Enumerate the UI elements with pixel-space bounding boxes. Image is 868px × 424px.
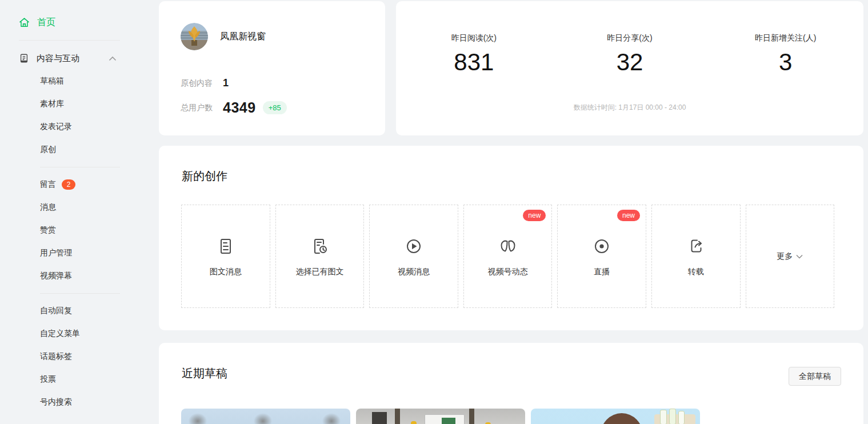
account-summary-card: 凤凰新视窗 原创内容 1 总用户数 4349 +85 <box>159 1 385 135</box>
avatar[interactable] <box>181 23 208 50</box>
account-name: 凤凰新视窗 <box>220 31 266 43</box>
sidebar-home-label: 首页 <box>37 17 55 29</box>
menu-label: 用户管理 <box>40 248 72 258</box>
sidebar-item-video-danmu[interactable]: 视频弹幕 <box>0 265 143 287</box>
menu-label: 赞赏 <box>40 225 56 235</box>
thumbnail-detail <box>250 410 276 424</box>
menu-label: 投票 <box>40 374 56 385</box>
menu-label: 原创 <box>40 145 56 155</box>
create-option-label: 选择已有图文 <box>295 267 343 277</box>
menu-label: 视频弹幕 <box>40 271 72 281</box>
menu-label: 消息 <box>40 202 56 213</box>
thumbnail-detail <box>442 418 455 424</box>
draft-thumbnails-row <box>181 409 700 424</box>
sidebar-item-media-library[interactable]: 素材库 <box>0 93 143 115</box>
stat-value: 32 <box>552 49 708 76</box>
sidebar-group-content-interaction[interactable]: 内容与互动 <box>0 47 143 70</box>
sidebar-item-messages[interactable]: 消息 <box>0 196 143 219</box>
sidebar-item-publish-records[interactable]: 发表记录 <box>0 115 143 138</box>
thumbnail-detail <box>185 410 211 424</box>
unread-count-badge: 2 <box>62 179 75 190</box>
original-content-row: 原创内容 1 <box>181 77 229 89</box>
sidebar-item-user-management[interactable]: 用户管理 <box>0 242 143 265</box>
thumbnail-detail <box>678 411 685 424</box>
stat-label: 昨日分享(次) <box>552 33 708 43</box>
menu-label: 自定义菜单 <box>40 329 80 339</box>
original-content-value: 1 <box>223 77 229 89</box>
live-stream-button[interactable]: new 直播 <box>557 205 646 308</box>
stat-label: 昨日阅读(次) <box>396 33 552 43</box>
sidebar-divider <box>40 293 120 294</box>
stat-value: 831 <box>396 49 552 76</box>
stat-new-followers[interactable]: 昨日新增关注(人) 3 <box>707 33 863 76</box>
new-creation-title: 新的创作 <box>182 169 227 184</box>
create-option-label: 视频号动态 <box>488 267 528 277</box>
sidebar-item-auto-reply[interactable]: 自动回复 <box>0 299 143 322</box>
draft-thumbnail-cartoon-girl[interactable] <box>531 409 700 424</box>
stat-reads[interactable]: 昨日阅读(次) 831 <box>396 33 552 76</box>
all-drafts-button[interactable]: 全部草稿 <box>789 367 841 386</box>
channels-icon <box>498 236 518 257</box>
create-option-label: 转载 <box>688 267 704 277</box>
account-header: 凤凰新视窗 <box>181 23 266 50</box>
menu-label: 自动回复 <box>40 306 72 316</box>
stat-value: 3 <box>707 49 863 76</box>
menu-label: 草稿箱 <box>40 76 64 86</box>
stat-label: 昨日新增关注(人) <box>707 33 863 43</box>
draft-thumbnail-winter-building[interactable] <box>181 409 350 424</box>
more-label: 更多 <box>777 251 793 262</box>
create-article-button[interactable]: 图文消息 <box>181 205 270 308</box>
home-icon <box>19 17 30 28</box>
sidebar-divider <box>19 40 120 41</box>
share-doc-icon <box>686 236 706 257</box>
recent-drafts-title: 近期草稿 <box>182 366 227 381</box>
new-badge: new <box>617 210 640 221</box>
article-clock-icon <box>309 236 330 257</box>
users-delta-badge: +85 <box>263 101 287 114</box>
thumbnail-detail <box>411 421 417 424</box>
repost-button[interactable]: 转载 <box>651 205 741 308</box>
sidebar-item-polls[interactable]: 投票 <box>0 368 143 391</box>
create-option-label: 图文消息 <box>210 267 242 277</box>
chevron-up-icon <box>109 56 117 61</box>
chevron-down-icon <box>796 254 803 259</box>
menu-label: 素材库 <box>40 99 64 109</box>
new-creation-card: 新的创作 图文消息 选择已有图文 <box>159 146 863 330</box>
play-circle-icon <box>403 236 424 257</box>
total-users-label: 总用户数 <box>181 103 223 113</box>
create-video-message-button[interactable]: 视频消息 <box>369 205 458 308</box>
creation-options-row: 图文消息 选择已有图文 视频消息 ne <box>181 205 834 308</box>
stat-shares[interactable]: 昨日分享(次) 32 <box>552 33 708 76</box>
menu-label: 留言 <box>40 179 56 190</box>
create-option-label: 视频消息 <box>398 267 430 277</box>
stats-time-range-note: 数据统计时间: 1月17日 00:00 - 24:00 <box>396 103 863 113</box>
menu-label: 号内搜索 <box>40 397 72 407</box>
sidebar-menu: 草稿箱 素材库 发表记录 原创 留言 2 消息 赞赏 用户管理 视频弹幕 <box>0 70 143 414</box>
total-users-value: 4349 <box>223 99 256 116</box>
sidebar-item-appreciation[interactable]: 赞赏 <box>0 219 143 242</box>
sidebar-item-home[interactable]: 首页 <box>0 11 143 34</box>
menu-label: 话题标签 <box>40 351 72 362</box>
stats-columns: 昨日阅读(次) 831 昨日分享(次) 32 昨日新增关注(人) 3 <box>396 1 863 76</box>
menu-label: 发表记录 <box>40 122 72 132</box>
sidebar-group-label: 内容与互动 <box>37 53 79 64</box>
article-icon <box>215 236 236 257</box>
sidebar: 首页 内容与互动 草稿箱 素材库 发表记录 原创 <box>0 0 143 424</box>
sidebar-item-drafts[interactable]: 草稿箱 <box>0 70 143 93</box>
sidebar-item-topic-tags[interactable]: 话题标签 <box>0 345 143 368</box>
sidebar-item-original[interactable]: 原创 <box>0 138 143 161</box>
more-options-button[interactable]: 更多 <box>746 205 835 308</box>
recent-drafts-card: 近期草稿 全部草稿 <box>159 343 863 424</box>
thumbnail-detail <box>669 409 676 424</box>
total-users-row: 总用户数 4349 +85 <box>181 99 287 116</box>
sidebar-item-in-account-search[interactable]: 号内搜索 <box>0 391 143 414</box>
sidebar-item-comments[interactable]: 留言 2 <box>0 173 143 196</box>
draft-thumbnail-snow-workers[interactable] <box>356 409 525 424</box>
choose-existing-article-button[interactable]: 选择已有图文 <box>275 205 365 308</box>
record-dot-icon <box>591 236 612 257</box>
thumbnail-detail <box>395 409 400 424</box>
sidebar-item-custom-menu[interactable]: 自定义菜单 <box>0 322 143 345</box>
channels-moment-button[interactable]: new 视频号动态 <box>463 205 553 308</box>
document-icon <box>19 53 29 63</box>
thumbnail-detail <box>372 412 387 424</box>
